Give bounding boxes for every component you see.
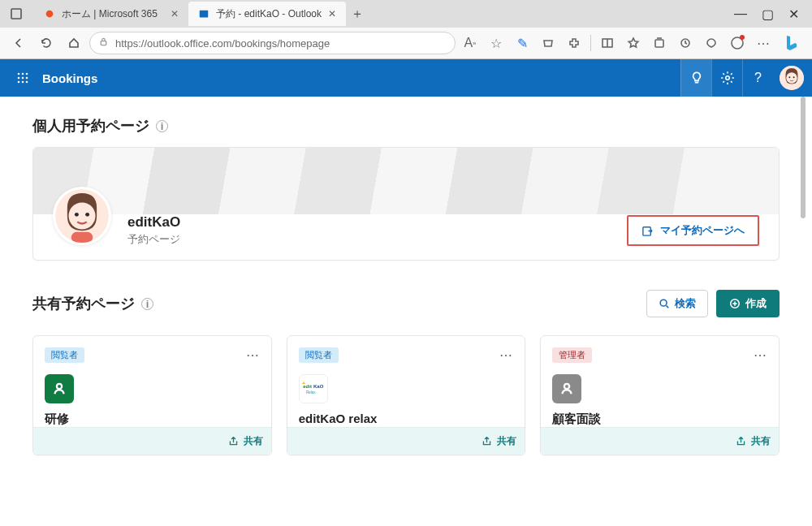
window-minimize-icon[interactable]: — [734,6,747,22]
split-screen-icon[interactable] [596,32,619,54]
personal-name: editKaO [127,214,180,231]
collections-icon[interactable] [648,32,671,54]
window-close-icon[interactable]: ✕ [788,6,799,22]
personal-section-heading: 個人用予約ページ i [32,116,780,136]
more-icon[interactable]: ⋯ [752,32,775,54]
shared-section-heading: 共有予約ページ i [32,294,646,313]
edit-icon[interactable]: ✎ [511,32,533,54]
nav-home-icon[interactable] [62,31,86,55]
svg-point-19 [725,76,729,80]
card-menu-icon[interactable]: ⋯ [499,347,513,363]
share-icon [228,436,239,446]
svg-point-26 [75,213,79,217]
svg-rect-2 [200,11,209,18]
svg-point-9 [732,37,743,49]
svg-point-10 [18,73,20,75]
svg-point-17 [22,81,24,84]
shared-card[interactable]: 管理者 ⋯ 顧客面談 共有 [540,335,780,455]
extensions-icon[interactable] [563,32,585,54]
role-badge: 管理者 [552,347,592,363]
svg-point-12 [26,73,28,75]
heading-text: 個人用予約ページ [32,116,149,136]
close-tab-icon[interactable]: ✕ [328,8,336,19]
personal-info: editKaO 予約ページ [127,214,180,247]
address-bar[interactable]: https://outlook.office.com/bookings/home… [89,32,456,54]
share-icon [736,436,746,446]
svg-point-22 [788,76,790,78]
history-icon[interactable] [674,32,697,54]
url-text: https://outlook.office.com/bookings/home… [115,37,330,50]
browser-tab-0[interactable]: ホーム | Microsoft 365 ✕ [34,2,188,26]
search-icon [659,298,670,309]
role-badge: 閲覧者 [299,347,339,363]
performance-icon[interactable] [700,32,723,54]
card-menu-icon[interactable]: ⋯ [246,347,260,363]
share-button[interactable]: 共有 [482,434,516,448]
svg-line-31 [667,306,669,308]
share-button[interactable]: 共有 [228,434,263,448]
svg-point-16 [18,81,20,84]
my-booking-page-highlight: マイ予約ページへ [627,215,759,246]
favicon-outlook-icon [198,8,209,19]
settings-icon[interactable] [711,59,742,97]
svg-text:KaO: KaO [313,384,324,389]
shared-card[interactable]: 閲覧者 ⋯ editKaORelax editKaO relax 共有 [287,335,526,455]
tab-title: ホーム | Microsoft 365 [62,7,158,21]
svg-point-27 [85,213,89,217]
favorites-list-icon[interactable] [622,32,645,54]
user-avatar[interactable] [780,66,804,90]
new-tab-button[interactable]: ＋ [346,6,369,23]
nav-refresh-icon[interactable] [34,31,58,55]
share-label: 共有 [244,434,263,448]
scrollbar[interactable] [801,97,806,218]
browser-tab-1[interactable]: 予約 - editKaO - Outlook ✕ [188,2,346,26]
card-title: editKaO relax [299,412,514,425]
svg-text:edit: edit [303,384,312,389]
svg-text:Relax: Relax [306,390,316,394]
app-launcher-icon[interactable] [8,63,37,93]
share-button[interactable]: 共有 [736,434,771,448]
tips-icon[interactable] [680,59,711,97]
info-icon[interactable]: i [156,120,168,132]
app-header: Bookings ? [0,59,812,97]
close-tab-icon[interactable]: ✕ [171,8,179,19]
svg-point-23 [793,76,795,78]
heading-text: 共有予約ページ [32,294,135,313]
create-button[interactable]: 作成 [716,290,780,317]
shopping-icon[interactable] [537,32,559,54]
role-badge: 閲覧者 [45,347,84,363]
content-viewport: 個人用予約ページ i editKaO 予約ページ マイ予約ページへ [0,97,812,526]
personal-avatar [53,187,111,245]
card-icon: editKaORelax [299,374,328,403]
svg-point-21 [786,72,797,84]
help-icon[interactable]: ? [742,59,773,97]
svg-rect-6 [655,40,663,47]
person-icon [51,381,67,397]
svg-point-39 [564,384,569,389]
address-bar-row: https://outlook.office.com/bookings/home… [0,28,812,58]
svg-rect-0 [11,9,21,19]
tab-actions-icon[interactable] [5,2,28,25]
bing-chat-icon[interactable] [778,29,806,57]
personal-booking-card: editKaO 予約ページ マイ予約ページへ [32,147,780,261]
nav-back-icon[interactable] [6,31,31,55]
button-label: 作成 [745,296,767,311]
shared-card[interactable]: 閲覧者 ⋯ 研修 共有 [32,335,272,455]
window-maximize-icon[interactable]: ▢ [762,6,774,22]
booking-page-icon [641,225,654,237]
site-lock-icon [98,37,109,50]
personal-subtitle: 予約ページ [127,232,180,247]
profile-icon[interactable] [726,32,749,54]
share-icon [482,436,492,446]
my-booking-page-button[interactable]: マイ予約ページへ [628,217,758,244]
svg-point-35 [57,384,62,389]
card-menu-icon[interactable]: ⋯ [754,347,767,363]
plus-circle-icon [729,298,741,309]
shared-section-header: 共有予約ページ i 検索 作成 [32,290,780,317]
svg-point-1 [46,11,54,18]
read-aloud-icon[interactable]: A» [459,32,482,54]
search-button[interactable]: 検索 [646,290,708,317]
info-icon[interactable]: i [141,298,153,310]
favorite-icon[interactable]: ☆ [485,32,508,54]
svg-point-14 [22,77,24,80]
